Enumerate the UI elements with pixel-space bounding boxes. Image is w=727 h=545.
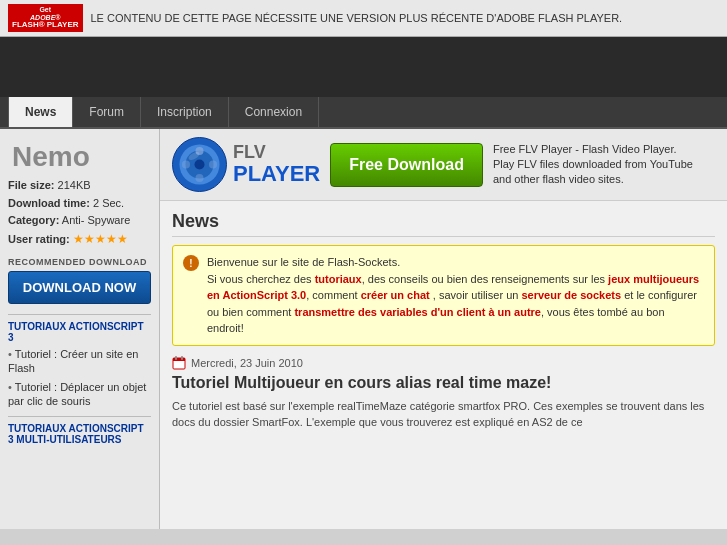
section2-title: TUTORIAUX ACTIONSCRIPT 3 MULTI-UTILISATE… (8, 416, 151, 445)
user-rating-stars: ★★★★★ (73, 232, 128, 246)
dark-banner (0, 37, 727, 97)
sidebar-link-2[interactable]: Tutoriel : Déplacer un objet par clic de… (8, 380, 151, 409)
info-text3: , des conseils ou bien des renseignement… (362, 273, 608, 285)
calendar-icon (172, 356, 186, 370)
info-link1[interactable]: tutoriaux (315, 273, 362, 285)
recommended-label: RECOMMENDED DOWNLOAD (8, 257, 151, 267)
svg-point-5 (196, 174, 204, 182)
section1-title: TUTORIAUX ACTIONSCRIPT 3 (8, 314, 151, 343)
svg-rect-12 (181, 356, 183, 360)
news-section-title: News (172, 211, 715, 237)
info-link5[interactable]: transmettre des variables d'un client à … (294, 306, 541, 318)
main-layout: Nemo File size: 214KB Download time: 2 S… (0, 129, 727, 529)
user-rating-label: User rating: (8, 233, 70, 245)
svg-point-3 (195, 160, 205, 170)
sidebar-file-info: File size: 214KB Download time: 2 Sec. C… (8, 177, 151, 249)
article-title: Tutoriel Multijoueur en cours alias real… (172, 374, 715, 392)
flash-fp-label: FLASH® PLAYER (12, 21, 79, 30)
flv-description: Free FLV Player - Flash Video Player. Pl… (493, 142, 693, 188)
info-box: ! Bienvenue sur le site de Flash-Sockets… (172, 245, 715, 346)
article-text: Ce tutoriel est basé sur l'exemple realT… (172, 398, 715, 431)
flv-text-logo: FLV PLAYER (233, 143, 320, 187)
download-time-label: Download time: (8, 197, 90, 209)
category-value: Anti- Spyware (62, 214, 130, 226)
category-label: Category: (8, 214, 59, 226)
info-text1: Bienvenue sur le site de Flash-Sockets. (207, 256, 400, 268)
nav-item-news[interactable]: News (8, 97, 73, 127)
sidebar: Nemo File size: 214KB Download time: 2 S… (0, 129, 160, 529)
article-date-text: Mercredi, 23 Juin 2010 (191, 357, 303, 369)
file-size-value: 214KB (58, 179, 91, 191)
svg-rect-10 (173, 358, 185, 361)
download-now-button[interactable]: DOWNLOAD NOW (8, 271, 151, 304)
sidebar-link-1[interactable]: Tutoriel : Créer un site en Flash (8, 347, 151, 376)
info-box-text: Bienvenue sur le site de Flash-Sockets. … (207, 254, 704, 337)
info-text4: , comment (306, 289, 360, 301)
content-area: FLV PLAYER Free Download Free FLV Player… (160, 129, 727, 529)
info-text2: Si vous cherchez des (207, 273, 315, 285)
svg-point-7 (209, 161, 217, 169)
info-icon: ! (183, 255, 199, 271)
nemo-label: Nemo (8, 137, 151, 177)
flv-disc-icon (172, 137, 227, 192)
info-link4[interactable]: serveur de sockets (521, 289, 621, 301)
flash-get-label: Get (39, 6, 51, 14)
flv-logo-area: FLV PLAYER (172, 137, 320, 192)
download-time-value: 2 Sec. (93, 197, 124, 209)
flv-label: FLV (233, 143, 320, 163)
flash-player-icon[interactable]: Get ADOBE® FLASH® PLAYER (8, 4, 83, 32)
svg-point-6 (182, 161, 190, 169)
nav-item-inscription[interactable]: Inscription (141, 97, 229, 127)
info-text5: , savoir utiliser un (430, 289, 522, 301)
nav-item-connexion[interactable]: Connexion (229, 97, 319, 127)
nav-item-forum[interactable]: Forum (73, 97, 141, 127)
info-link3[interactable]: créer un chat (361, 289, 430, 301)
flv-banner: FLV PLAYER Free Download Free FLV Player… (160, 129, 727, 201)
news-section: News ! Bienvenue sur le site de Flash-So… (160, 201, 727, 441)
player-label: PLAYER (233, 162, 320, 186)
free-download-button[interactable]: Free Download (330, 143, 483, 187)
svg-rect-11 (175, 356, 177, 360)
flash-warning-text: LE CONTENU DE CETTE PAGE NÉCESSITE UNE V… (91, 12, 623, 24)
flash-warning-bar: Get ADOBE® FLASH® PLAYER LE CONTENU DE C… (0, 0, 727, 37)
article-date: Mercredi, 23 Juin 2010 (172, 356, 715, 370)
file-size-label: File size: (8, 179, 54, 191)
navbar: News Forum Inscription Connexion (0, 97, 727, 129)
